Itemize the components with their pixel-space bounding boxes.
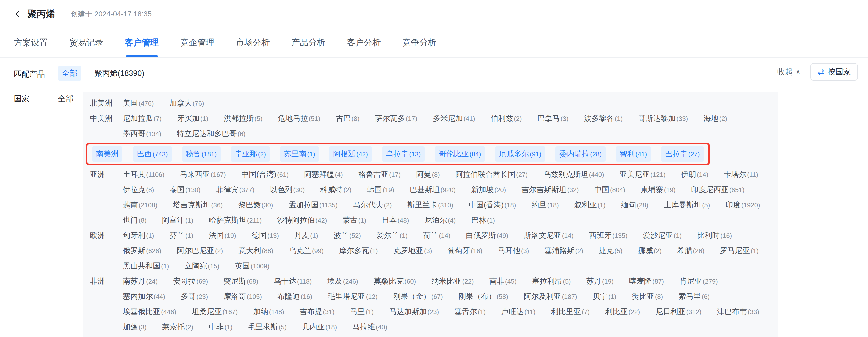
tab-市场分析[interactable]: 市场分析 — [236, 28, 270, 57]
country-item[interactable]: 立陶宛(15) — [185, 258, 219, 274]
country-item[interactable]: 加纳(148) — [253, 304, 284, 319]
country-item[interactable]: 也门(8) — [123, 213, 147, 228]
country-item[interactable]: 德国(13) — [252, 228, 279, 243]
country-item[interactable]: 约旦(18) — [532, 197, 559, 213]
country-item[interactable]: 津巴布韦(33) — [717, 304, 759, 319]
country-item[interactable]: 吉尔吉斯斯坦(32) — [522, 182, 579, 197]
country-item[interactable]: 捷克(5) — [599, 243, 622, 258]
country-item[interactable]: 菲律宾(377) — [216, 182, 254, 197]
country-item[interactable]: 阿塞拜疆(4) — [304, 167, 343, 182]
country-item[interactable]: 智利(41) — [616, 146, 651, 162]
country-item[interactable]: 乌兹别克斯坦(440) — [543, 167, 604, 182]
country-item[interactable]: 哥斯达黎加(33) — [638, 111, 688, 126]
tab-产品分析[interactable]: 产品分析 — [291, 28, 326, 57]
country-item[interactable]: 埃塞俄比亚(446) — [123, 304, 177, 319]
country-item[interactable]: 利比里亚(7) — [551, 304, 590, 319]
country-item[interactable]: 多哥(23) — [181, 289, 208, 304]
country-item[interactable]: 葡萄牙(16) — [448, 243, 483, 258]
country-item[interactable]: 几内亚(18) — [302, 319, 337, 335]
country-item[interactable]: 塞浦路斯(2) — [545, 243, 584, 258]
country-item[interactable]: 委内瑞拉(28) — [556, 146, 606, 162]
country-item[interactable]: 罗马尼亚(1) — [720, 243, 759, 258]
country-item[interactable]: 赞比亚(8) — [632, 289, 663, 304]
product-value[interactable]: 聚丙烯(18390) — [94, 68, 145, 79]
group-by-country-button[interactable]: ⇄ 按国家 — [810, 63, 858, 81]
country-item[interactable]: 摩洛哥(105) — [224, 289, 262, 304]
country-item[interactable]: 芬兰(1) — [170, 228, 193, 243]
country-item[interactable]: 索马里(6) — [679, 289, 710, 304]
country-item[interactable]: 印度(1920) — [726, 197, 760, 213]
country-item[interactable]: 马尔代夫(2) — [353, 197, 392, 213]
tab-竞企管理[interactable]: 竞企管理 — [181, 28, 215, 57]
country-item[interactable]: 中国(804) — [594, 182, 625, 197]
country-item[interactable]: 巴基斯坦(920) — [410, 182, 456, 197]
country-item[interactable]: 波兰(52) — [334, 228, 361, 243]
country-all-option[interactable]: 全部 — [58, 92, 83, 104]
country-item[interactable]: 黎巴嫩(30) — [238, 197, 273, 213]
country-item[interactable]: 马拉维(40) — [352, 319, 387, 335]
country-item[interactable]: 泰国(130) — [170, 182, 201, 197]
country-item[interactable]: 安哥拉(69) — [173, 274, 208, 289]
country-item[interactable]: 刚果（金）(67) — [393, 289, 443, 304]
country-item[interactable]: 阿根廷(42) — [329, 146, 372, 162]
country-item[interactable]: 塔吉克斯坦(36) — [173, 197, 223, 213]
country-item[interactable]: 爱尔兰(1) — [376, 228, 408, 243]
country-item[interactable]: 西班牙(135) — [589, 228, 628, 243]
country-item[interactable]: 伯利兹(2) — [491, 111, 522, 126]
country-item[interactable]: 格鲁吉亚(17) — [359, 167, 401, 182]
tab-客户分析[interactable]: 客户分析 — [347, 28, 381, 57]
country-item[interactable]: 坦桑尼亚(167) — [192, 304, 238, 319]
country-item[interactable]: 喀麦隆(87) — [629, 274, 664, 289]
country-item[interactable]: 马来西亚(167) — [180, 167, 226, 182]
country-item[interactable]: 哈萨克斯坦(211) — [209, 213, 262, 228]
country-item[interactable]: 墨西哥(134) — [123, 126, 161, 141]
country-item[interactable]: 南非(45) — [490, 274, 517, 289]
country-item[interactable]: 丹麦(1) — [294, 228, 318, 243]
country-item[interactable]: 孟加拉国(1135) — [289, 197, 338, 213]
country-item[interactable]: 荷兰(14) — [423, 228, 451, 243]
country-item[interactable]: 阿富汗(1) — [162, 213, 193, 228]
tab-方案设置[interactable]: 方案设置 — [14, 28, 48, 57]
continent-label[interactable]: 南美洲 — [92, 146, 123, 162]
country-item[interactable]: 特立尼达和多巴哥(6) — [177, 126, 246, 141]
country-item[interactable]: 缅甸(28) — [621, 197, 649, 213]
country-item[interactable]: 伊朗(14) — [681, 167, 709, 182]
country-item[interactable]: 莫桑比克(60) — [374, 274, 416, 289]
country-item[interactable]: 阿尔及利亚(187) — [524, 289, 577, 304]
country-item[interactable]: 科威特(2) — [320, 182, 351, 197]
country-item[interactable]: 日本(48) — [382, 213, 409, 228]
country-item[interactable]: 英国(1009) — [235, 258, 270, 274]
country-item[interactable]: 以色列(30) — [270, 182, 305, 197]
country-item[interactable]: 黑山共和国(1) — [123, 258, 169, 274]
country-item[interactable]: 新西兰(23) — [123, 335, 158, 337]
country-item[interactable]: 尼加拉瓜(7) — [123, 111, 162, 126]
country-item[interactable]: 哥伦比亚(84) — [435, 146, 485, 162]
country-item[interactable]: 斯洛文尼亚(14) — [524, 228, 574, 243]
country-item[interactable]: 波多黎各(1) — [584, 111, 623, 126]
country-item[interactable]: 圭亚那(2) — [231, 146, 270, 162]
country-item[interactable]: 乌拉圭(13) — [382, 146, 425, 162]
country-item[interactable]: 洪都拉斯(5) — [224, 111, 263, 126]
country-item[interactable]: 马达加斯加(23) — [389, 304, 439, 319]
country-item[interactable]: 马耳他(3) — [498, 243, 529, 258]
country-item[interactable]: 秘鲁(181) — [182, 146, 221, 162]
country-item[interactable]: 加拿大(76) — [169, 96, 204, 111]
country-item[interactable]: 尼日利亚(312) — [656, 304, 702, 319]
country-item[interactable]: 苏里南(1) — [280, 146, 319, 162]
country-item[interactable]: 卢旺达(11) — [501, 304, 535, 319]
country-item[interactable]: 巴西(743) — [133, 146, 172, 162]
country-item[interactable]: 加蓬(3) — [123, 319, 147, 335]
country-item[interactable]: 土耳其(1106) — [123, 167, 164, 182]
country-item[interactable]: 肯尼亚(279) — [680, 274, 718, 289]
product-all-chip[interactable]: 全部 — [58, 66, 82, 81]
country-item[interactable]: 苏丹(19) — [587, 274, 614, 289]
country-item[interactable]: 土库曼斯坦(5) — [664, 197, 710, 213]
country-item[interactable]: 突尼斯(68) — [224, 274, 258, 289]
country-item[interactable]: 塞内加尔(44) — [123, 289, 165, 304]
country-item[interactable]: 纳米比亚(22) — [432, 274, 474, 289]
country-item[interactable]: 叙利亚(1) — [575, 197, 606, 213]
country-item[interactable]: 危地马拉(51) — [278, 111, 320, 126]
country-item[interactable]: 匈牙利(1) — [123, 228, 154, 243]
country-item[interactable]: 柬埔寨(19) — [641, 182, 676, 197]
country-item[interactable]: 海地(2) — [704, 111, 727, 126]
